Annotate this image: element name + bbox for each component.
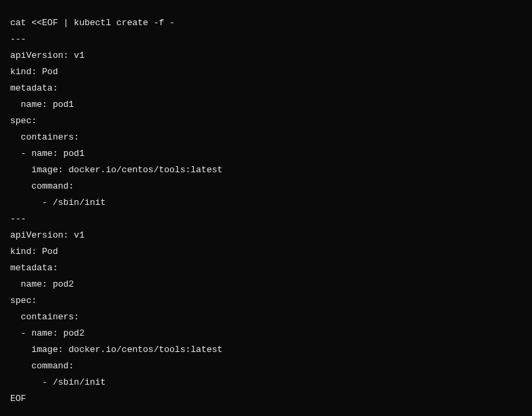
code-line: image: docker.io/centos/tools:latest bbox=[10, 162, 522, 178]
code-line: cat <<EOF | kubectl create -f - bbox=[10, 15, 522, 31]
code-line: kind: Pod bbox=[10, 64, 522, 80]
code-line: containers: bbox=[10, 129, 522, 146]
code-line: command: bbox=[10, 178, 522, 195]
code-line: - /sbin/init bbox=[10, 374, 522, 391]
code-line: spec: bbox=[10, 113, 522, 129]
code-line: - /sbin/init bbox=[10, 195, 522, 211]
code-line: name: pod1 bbox=[10, 97, 522, 113]
code-line: EOF bbox=[10, 391, 522, 407]
code-line: kind: Pod bbox=[10, 244, 522, 260]
code-line: --- bbox=[10, 31, 522, 48]
code-line: command: bbox=[10, 358, 522, 374]
code-block[interactable]: cat <<EOF | kubectl create -f ----apiVer… bbox=[10, 15, 522, 407]
code-line: image: docker.io/centos/tools:latest bbox=[10, 342, 522, 358]
code-line: --- bbox=[10, 211, 522, 227]
code-line: metadata: bbox=[10, 260, 522, 276]
code-line: metadata: bbox=[10, 80, 522, 97]
code-line: spec: bbox=[10, 293, 522, 309]
code-line: - name: pod2 bbox=[10, 325, 522, 342]
code-line: name: pod2 bbox=[10, 276, 522, 293]
code-line: - name: pod1 bbox=[10, 146, 522, 162]
code-line: containers: bbox=[10, 309, 522, 325]
code-line: apiVersion: v1 bbox=[10, 227, 522, 244]
code-line: apiVersion: v1 bbox=[10, 48, 522, 64]
